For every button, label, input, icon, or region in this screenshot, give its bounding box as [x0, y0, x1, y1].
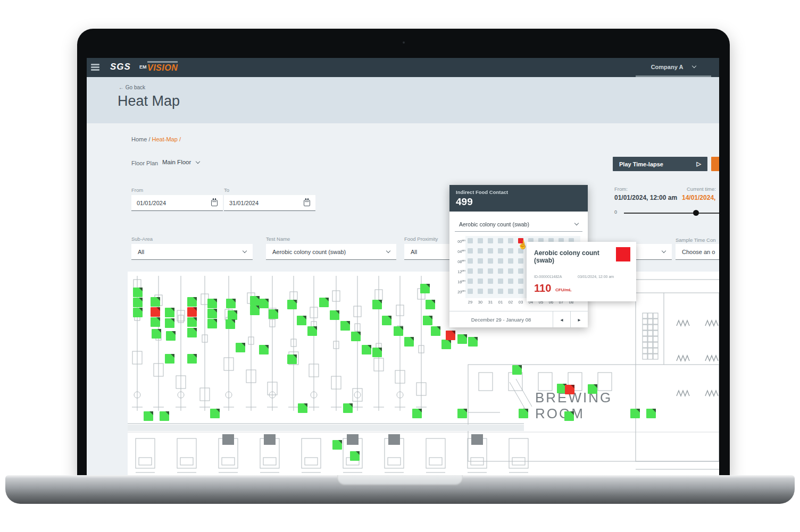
- menu-icon[interactable]: [91, 64, 99, 71]
- sample-marker-ok[interactable]: [382, 316, 391, 325]
- grid-cell[interactable]: [468, 278, 473, 284]
- sample-marker-ok[interactable]: [287, 300, 297, 309]
- prev-week-button[interactable]: ◂: [553, 311, 570, 327]
- sample-marker-ok[interactable]: [412, 409, 422, 418]
- sample-marker-ok[interactable]: [404, 337, 414, 347]
- sample-marker-alert[interactable]: [565, 385, 574, 394]
- sample-marker-alert[interactable]: [187, 307, 197, 317]
- sample-marker-ok[interactable]: [298, 403, 307, 413]
- to-date-input[interactable]: 31/01/2024: [224, 195, 315, 211]
- sample-marker-ok[interactable]: [350, 451, 360, 461]
- grid-cell[interactable]: [518, 289, 523, 294]
- sample-marker-ok[interactable]: [340, 321, 350, 331]
- grid-cell[interactable]: [488, 278, 493, 284]
- sample-marker-ok[interactable]: [210, 409, 220, 418]
- sample-time-select[interactable]: Choose an o: [676, 244, 719, 260]
- sample-marker-ok[interactable]: [287, 354, 297, 364]
- sample-marker-ok[interactable]: [165, 318, 174, 328]
- sample-marker-alert[interactable]: [151, 307, 160, 317]
- sample-marker-ok[interactable]: [420, 284, 430, 293]
- grid-cell[interactable]: [468, 289, 473, 294]
- grid-cell[interactable]: [478, 278, 483, 284]
- sample-marker-ok[interactable]: [259, 299, 269, 308]
- floor-plan-select[interactable]: Main Floor: [162, 159, 199, 165]
- grid-cell[interactable]: [488, 289, 493, 294]
- sample-marker-ok[interactable]: [133, 288, 143, 297]
- floor-plan-canvas[interactable]: BREWINGROOM: [128, 272, 719, 476]
- sample-marker-ok[interactable]: [297, 316, 306, 325]
- sample-marker-ok[interactable]: [187, 297, 197, 307]
- next-week-button[interactable]: ▸: [570, 311, 588, 327]
- popup-test-select[interactable]: Aerobic colony count (swab): [455, 217, 582, 232]
- calendar-icon[interactable]: [211, 200, 218, 206]
- sample-marker-ok[interactable]: [228, 310, 237, 320]
- sub-area-select[interactable]: All: [131, 244, 253, 260]
- grid-cell[interactable]: [508, 268, 513, 274]
- sample-marker-ok[interactable]: [351, 332, 361, 341]
- sample-marker-ok[interactable]: [151, 297, 160, 307]
- sample-marker-ok[interactable]: [646, 409, 656, 418]
- sample-marker-ok[interactable]: [372, 300, 382, 309]
- grid-cell[interactable]: [498, 268, 503, 274]
- sample-marker-ok[interactable]: [226, 299, 236, 308]
- sample-marker-ok[interactable]: [144, 411, 153, 421]
- from-date-input[interactable]: 01/01/2024: [131, 195, 223, 211]
- timelapse-secondary-button[interactable]: [711, 157, 719, 171]
- grid-cell[interactable]: [478, 238, 483, 243]
- grid-cell[interactable]: [508, 278, 513, 284]
- grid-cell[interactable]: [498, 258, 503, 264]
- sample-marker-ok[interactable]: [236, 343, 245, 352]
- sample-marker-ok[interactable]: [630, 409, 640, 418]
- grid-cell[interactable]: [468, 238, 473, 243]
- grid-cell[interactable]: [468, 248, 473, 254]
- company-select[interactable]: Company A: [636, 58, 711, 77]
- sample-marker-ok[interactable]: [307, 326, 317, 336]
- sample-marker-ok[interactable]: [319, 298, 329, 307]
- grid-cell[interactable]: [508, 289, 513, 294]
- grid-cell[interactable]: [498, 238, 503, 243]
- sample-marker-ok[interactable]: [259, 345, 269, 354]
- sample-marker-ok[interactable]: [423, 316, 432, 325]
- sample-marker-ok[interactable]: [207, 299, 217, 308]
- sample-marker-ok[interactable]: [426, 300, 435, 309]
- sample-marker-ok[interactable]: [519, 409, 528, 418]
- grid-cell[interactable]: [478, 258, 483, 264]
- calendar-icon[interactable]: [304, 200, 310, 206]
- sample-marker-ok[interactable]: [512, 365, 522, 375]
- grid-cell[interactable]: [498, 248, 503, 254]
- sample-marker-alert[interactable]: [446, 331, 455, 340]
- grid-cell[interactable]: [508, 248, 513, 254]
- grid-cell[interactable]: [498, 278, 503, 284]
- sample-marker-ok[interactable]: [133, 298, 143, 307]
- grid-cell[interactable]: [518, 278, 523, 284]
- sample-marker-ok[interactable]: [151, 317, 160, 327]
- test-name-select[interactable]: Aerobic colony count (swab): [266, 244, 396, 260]
- grid-cell[interactable]: [508, 258, 513, 264]
- sample-marker-ok[interactable]: [564, 411, 574, 421]
- grid-cell[interactable]: [468, 268, 473, 274]
- grid-cell[interactable]: [508, 238, 513, 243]
- sample-marker-ok[interactable]: [457, 334, 467, 344]
- sample-marker-ok[interactable]: [332, 440, 342, 450]
- sample-marker-ok[interactable]: [187, 328, 197, 337]
- breadcrumb-home[interactable]: Home: [131, 136, 147, 142]
- breadcrumb-current[interactable]: Heat-Map: [152, 136, 178, 142]
- sample-marker-ok[interactable]: [133, 308, 143, 317]
- grid-cell[interactable]: [468, 258, 473, 264]
- timelapse-slider-track[interactable]: [624, 213, 719, 214]
- sample-marker-ok[interactable]: [343, 403, 353, 413]
- sample-marker-ok[interactable]: [362, 345, 371, 354]
- sample-marker-ok[interactable]: [457, 409, 467, 418]
- sample-marker-ok[interactable]: [330, 310, 339, 320]
- sample-marker-ok[interactable]: [269, 309, 278, 319]
- grid-cell[interactable]: [518, 268, 523, 274]
- sample-marker-ok[interactable]: [165, 308, 174, 317]
- grid-cell[interactable]: [518, 258, 523, 264]
- sample-marker-ok[interactable]: [152, 329, 161, 339]
- sample-marker-ok[interactable]: [431, 326, 440, 336]
- sample-marker-ok[interactable]: [441, 340, 451, 349]
- sample-marker-ok[interactable]: [166, 331, 176, 341]
- sample-marker-ok[interactable]: [160, 411, 169, 421]
- sample-marker-ok[interactable]: [250, 296, 260, 306]
- grid-cell[interactable]: [488, 238, 493, 243]
